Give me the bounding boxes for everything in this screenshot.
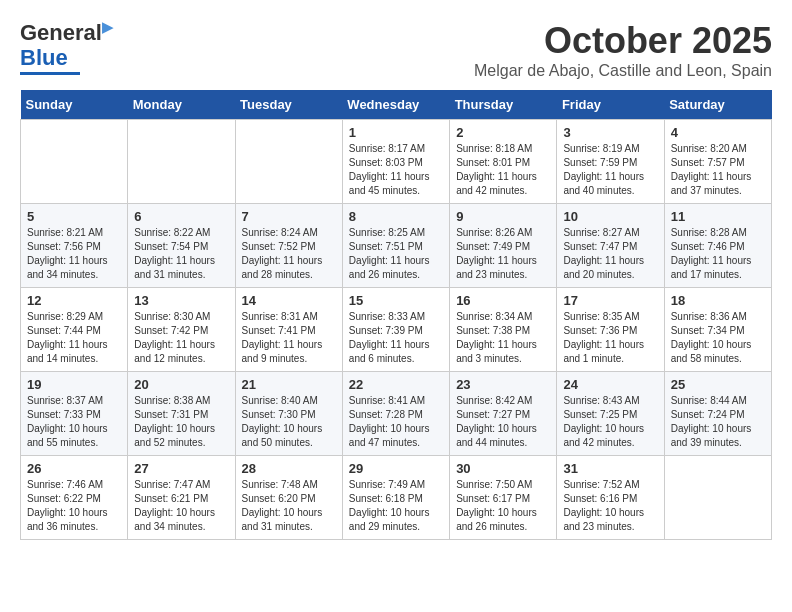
weekday-header: Tuesday bbox=[235, 90, 342, 120]
cell-info: Sunrise: 7:48 AMSunset: 6:20 PMDaylight:… bbox=[242, 478, 336, 534]
day-number: 5 bbox=[27, 209, 121, 224]
calendar-cell: 29 Sunrise: 7:49 AMSunset: 6:18 PMDaylig… bbox=[342, 456, 449, 540]
cell-info: Sunrise: 8:29 AMSunset: 7:44 PMDaylight:… bbox=[27, 310, 121, 366]
weekday-header: Wednesday bbox=[342, 90, 449, 120]
day-number: 31 bbox=[563, 461, 657, 476]
day-number: 30 bbox=[456, 461, 550, 476]
calendar-cell: 19 Sunrise: 8:37 AMSunset: 7:33 PMDaylig… bbox=[21, 372, 128, 456]
calendar-cell: 9 Sunrise: 8:26 AMSunset: 7:49 PMDayligh… bbox=[450, 204, 557, 288]
title-section: October 2025 Melgar de Abajo, Castille a… bbox=[474, 20, 772, 80]
day-number: 20 bbox=[134, 377, 228, 392]
calendar-cell: 24 Sunrise: 8:43 AMSunset: 7:25 PMDaylig… bbox=[557, 372, 664, 456]
day-number: 15 bbox=[349, 293, 443, 308]
day-number: 14 bbox=[242, 293, 336, 308]
day-number: 23 bbox=[456, 377, 550, 392]
day-number: 9 bbox=[456, 209, 550, 224]
cell-info: Sunrise: 8:30 AMSunset: 7:42 PMDaylight:… bbox=[134, 310, 228, 366]
cell-info: Sunrise: 8:18 AMSunset: 8:01 PMDaylight:… bbox=[456, 142, 550, 198]
cell-info: Sunrise: 8:17 AMSunset: 8:03 PMDaylight:… bbox=[349, 142, 443, 198]
calendar-cell: 28 Sunrise: 7:48 AMSunset: 6:20 PMDaylig… bbox=[235, 456, 342, 540]
calendar-cell bbox=[128, 120, 235, 204]
day-number: 3 bbox=[563, 125, 657, 140]
weekday-header: Friday bbox=[557, 90, 664, 120]
cell-info: Sunrise: 8:27 AMSunset: 7:47 PMDaylight:… bbox=[563, 226, 657, 282]
calendar-cell: 20 Sunrise: 8:38 AMSunset: 7:31 PMDaylig… bbox=[128, 372, 235, 456]
calendar-cell: 5 Sunrise: 8:21 AMSunset: 7:56 PMDayligh… bbox=[21, 204, 128, 288]
day-number: 2 bbox=[456, 125, 550, 140]
calendar-cell: 10 Sunrise: 8:27 AMSunset: 7:47 PMDaylig… bbox=[557, 204, 664, 288]
cell-info: Sunrise: 8:31 AMSunset: 7:41 PMDaylight:… bbox=[242, 310, 336, 366]
day-number: 6 bbox=[134, 209, 228, 224]
day-number: 7 bbox=[242, 209, 336, 224]
cell-info: Sunrise: 8:19 AMSunset: 7:59 PMDaylight:… bbox=[563, 142, 657, 198]
cell-info: Sunrise: 8:33 AMSunset: 7:39 PMDaylight:… bbox=[349, 310, 443, 366]
day-number: 22 bbox=[349, 377, 443, 392]
cell-info: Sunrise: 7:49 AMSunset: 6:18 PMDaylight:… bbox=[349, 478, 443, 534]
weekday-header-row: SundayMondayTuesdayWednesdayThursdayFrid… bbox=[21, 90, 772, 120]
calendar-cell: 2 Sunrise: 8:18 AMSunset: 8:01 PMDayligh… bbox=[450, 120, 557, 204]
calendar-cell: 31 Sunrise: 7:52 AMSunset: 6:16 PMDaylig… bbox=[557, 456, 664, 540]
day-number: 17 bbox=[563, 293, 657, 308]
calendar-cell bbox=[664, 456, 771, 540]
cell-info: Sunrise: 8:25 AMSunset: 7:51 PMDaylight:… bbox=[349, 226, 443, 282]
location-text: Melgar de Abajo, Castille and Leon, Spai… bbox=[474, 62, 772, 80]
page-header: General▶ Blue October 2025 Melgar de Aba… bbox=[20, 20, 772, 80]
day-number: 13 bbox=[134, 293, 228, 308]
calendar-cell bbox=[21, 120, 128, 204]
day-number: 1 bbox=[349, 125, 443, 140]
weekday-header: Thursday bbox=[450, 90, 557, 120]
calendar-cell: 17 Sunrise: 8:35 AMSunset: 7:36 PMDaylig… bbox=[557, 288, 664, 372]
logo-text-blue: Blue bbox=[20, 46, 68, 70]
cell-info: Sunrise: 8:41 AMSunset: 7:28 PMDaylight:… bbox=[349, 394, 443, 450]
day-number: 16 bbox=[456, 293, 550, 308]
cell-info: Sunrise: 8:24 AMSunset: 7:52 PMDaylight:… bbox=[242, 226, 336, 282]
cell-info: Sunrise: 8:26 AMSunset: 7:49 PMDaylight:… bbox=[456, 226, 550, 282]
calendar-cell: 6 Sunrise: 8:22 AMSunset: 7:54 PMDayligh… bbox=[128, 204, 235, 288]
calendar-cell: 22 Sunrise: 8:41 AMSunset: 7:28 PMDaylig… bbox=[342, 372, 449, 456]
weekday-header: Sunday bbox=[21, 90, 128, 120]
calendar-cell: 21 Sunrise: 8:40 AMSunset: 7:30 PMDaylig… bbox=[235, 372, 342, 456]
day-number: 26 bbox=[27, 461, 121, 476]
cell-info: Sunrise: 8:43 AMSunset: 7:25 PMDaylight:… bbox=[563, 394, 657, 450]
cell-info: Sunrise: 8:22 AMSunset: 7:54 PMDaylight:… bbox=[134, 226, 228, 282]
day-number: 8 bbox=[349, 209, 443, 224]
cell-info: Sunrise: 8:28 AMSunset: 7:46 PMDaylight:… bbox=[671, 226, 765, 282]
month-title: October 2025 bbox=[474, 20, 772, 62]
cell-info: Sunrise: 8:34 AMSunset: 7:38 PMDaylight:… bbox=[456, 310, 550, 366]
calendar-cell: 1 Sunrise: 8:17 AMSunset: 8:03 PMDayligh… bbox=[342, 120, 449, 204]
calendar-cell: 11 Sunrise: 8:28 AMSunset: 7:46 PMDaylig… bbox=[664, 204, 771, 288]
calendar-cell: 7 Sunrise: 8:24 AMSunset: 7:52 PMDayligh… bbox=[235, 204, 342, 288]
day-number: 18 bbox=[671, 293, 765, 308]
day-number: 24 bbox=[563, 377, 657, 392]
cell-info: Sunrise: 8:21 AMSunset: 7:56 PMDaylight:… bbox=[27, 226, 121, 282]
calendar-cell: 18 Sunrise: 8:36 AMSunset: 7:34 PMDaylig… bbox=[664, 288, 771, 372]
calendar-cell bbox=[235, 120, 342, 204]
day-number: 27 bbox=[134, 461, 228, 476]
logo-text-general: General bbox=[20, 20, 102, 45]
day-number: 10 bbox=[563, 209, 657, 224]
calendar-cell: 30 Sunrise: 7:50 AMSunset: 6:17 PMDaylig… bbox=[450, 456, 557, 540]
calendar-week-row: 12 Sunrise: 8:29 AMSunset: 7:44 PMDaylig… bbox=[21, 288, 772, 372]
calendar-cell: 12 Sunrise: 8:29 AMSunset: 7:44 PMDaylig… bbox=[21, 288, 128, 372]
day-number: 21 bbox=[242, 377, 336, 392]
calendar-cell: 16 Sunrise: 8:34 AMSunset: 7:38 PMDaylig… bbox=[450, 288, 557, 372]
weekday-header: Monday bbox=[128, 90, 235, 120]
cell-info: Sunrise: 7:52 AMSunset: 6:16 PMDaylight:… bbox=[563, 478, 657, 534]
calendar-cell: 15 Sunrise: 8:33 AMSunset: 7:39 PMDaylig… bbox=[342, 288, 449, 372]
cell-info: Sunrise: 8:36 AMSunset: 7:34 PMDaylight:… bbox=[671, 310, 765, 366]
cell-info: Sunrise: 8:37 AMSunset: 7:33 PMDaylight:… bbox=[27, 394, 121, 450]
calendar-cell: 25 Sunrise: 8:44 AMSunset: 7:24 PMDaylig… bbox=[664, 372, 771, 456]
calendar-week-row: 19 Sunrise: 8:37 AMSunset: 7:33 PMDaylig… bbox=[21, 372, 772, 456]
day-number: 11 bbox=[671, 209, 765, 224]
logo-underline bbox=[20, 72, 80, 75]
calendar-cell: 26 Sunrise: 7:46 AMSunset: 6:22 PMDaylig… bbox=[21, 456, 128, 540]
weekday-header: Saturday bbox=[664, 90, 771, 120]
calendar-cell: 3 Sunrise: 8:19 AMSunset: 7:59 PMDayligh… bbox=[557, 120, 664, 204]
day-number: 19 bbox=[27, 377, 121, 392]
cell-info: Sunrise: 7:50 AMSunset: 6:17 PMDaylight:… bbox=[456, 478, 550, 534]
cell-info: Sunrise: 8:38 AMSunset: 7:31 PMDaylight:… bbox=[134, 394, 228, 450]
day-number: 12 bbox=[27, 293, 121, 308]
cell-info: Sunrise: 7:46 AMSunset: 6:22 PMDaylight:… bbox=[27, 478, 121, 534]
calendar-cell: 14 Sunrise: 8:31 AMSunset: 7:41 PMDaylig… bbox=[235, 288, 342, 372]
day-number: 4 bbox=[671, 125, 765, 140]
